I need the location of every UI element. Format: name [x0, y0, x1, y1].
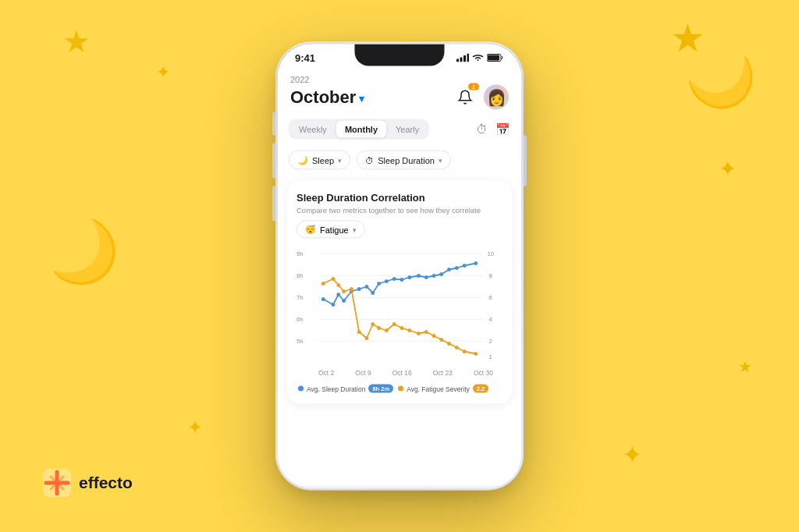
- tab-group: Weekly Monthly Yearly: [289, 119, 429, 140]
- avatar[interactable]: 👩: [484, 85, 509, 110]
- svg-point-40: [447, 268, 451, 271]
- svg-text:2: 2: [488, 338, 492, 345]
- category-chevron: ▾: [338, 156, 342, 164]
- svg-point-63: [463, 349, 467, 353]
- svg-point-49: [357, 330, 361, 334]
- svg-point-41: [455, 266, 459, 270]
- background: ★ ★ ✦ ✦ ✦ ✦ ★ 🌙 🌙 effecto 9:41: [0, 0, 799, 532]
- svg-point-53: [385, 328, 389, 332]
- svg-point-34: [400, 278, 403, 282]
- svg-point-28: [357, 287, 361, 291]
- battery-icon: [487, 54, 504, 62]
- svg-point-23: [321, 297, 325, 301]
- svg-point-58: [424, 330, 428, 334]
- moon-left: 🌙: [41, 213, 126, 293]
- sleep-badge: 8h 2m: [368, 385, 393, 393]
- sleep-icon: 🌙: [297, 155, 308, 165]
- tab-action-icons: ⏱ 📅: [476, 122, 510, 137]
- phone-screen: 9:41: [278, 44, 521, 488]
- svg-text:7h: 7h: [297, 294, 304, 301]
- sleep-legend-text: Avg. Sleep Duration: [307, 385, 365, 392]
- month-row: October ▾ 2: [290, 85, 509, 110]
- effecto-logo: effecto: [43, 469, 133, 497]
- svg-point-24: [331, 303, 335, 307]
- notification-button[interactable]: 2: [453, 85, 478, 110]
- svg-point-26: [342, 299, 346, 303]
- x-label-oct9: Oct 9: [355, 369, 371, 377]
- month-dropdown-arrow: ▾: [359, 93, 364, 105]
- phone-notch: [355, 44, 445, 66]
- svg-point-43: [474, 261, 478, 265]
- svg-point-25: [336, 293, 340, 296]
- bell-icon: [457, 90, 473, 105]
- metric-chevron: ▾: [439, 156, 442, 164]
- svg-point-54: [392, 322, 396, 326]
- fatigue-badge: 2.2: [473, 385, 488, 393]
- chart-area: 9h 8h 7h 6h 5h 10 8 6 4 2 1: [297, 246, 502, 367]
- effecto-brand-text: effecto: [79, 473, 133, 492]
- svg-point-61: [447, 342, 451, 346]
- star-mid-right: ✦: [719, 156, 737, 182]
- svg-text:5h: 5h: [297, 338, 304, 345]
- svg-text:1: 1: [488, 353, 492, 360]
- svg-text:6: 6: [488, 294, 492, 301]
- metric-label: Sleep Duration: [378, 155, 435, 165]
- svg-point-30: [371, 291, 375, 295]
- metric-filter[interactable]: ⏱ Sleep Duration ▾: [357, 151, 451, 170]
- x-label-oct30: Oct 30: [474, 369, 493, 377]
- svg-point-42: [463, 264, 467, 268]
- tab-bar: Weekly Monthly Yearly ⏱ 📅: [278, 115, 521, 144]
- svg-point-44: [321, 282, 325, 286]
- svg-point-46: [336, 283, 340, 287]
- category-filter[interactable]: 🌙 Sleep ▾: [289, 151, 350, 170]
- svg-point-36: [417, 274, 421, 278]
- metric-clock-icon: ⏱: [365, 155, 374, 165]
- star-far-right: ★: [738, 357, 752, 376]
- clock-icon[interactable]: ⏱: [476, 122, 488, 137]
- status-time: 9:41: [295, 52, 315, 64]
- svg-point-60: [439, 338, 443, 342]
- legend-fatigue: Avg. Fatigue Severity 2.2: [398, 385, 488, 393]
- fatigue-label: Fatigue: [320, 225, 349, 234]
- fatigue-line: [323, 279, 476, 354]
- sleep-dot: [298, 386, 304, 392]
- svg-rect-2: [460, 58, 463, 62]
- svg-point-52: [377, 326, 381, 330]
- sleep-line: [323, 264, 476, 305]
- svg-rect-3: [463, 55, 466, 62]
- svg-point-48: [350, 287, 353, 291]
- star-bottom-right: ✦: [622, 440, 643, 470]
- svg-point-59: [432, 334, 436, 338]
- x-label-oct2: Oct 2: [318, 369, 334, 377]
- svg-text:6h: 6h: [297, 316, 304, 323]
- tab-yearly[interactable]: Yearly: [387, 121, 428, 138]
- legend-sleep: Avg. Sleep Duration 8h 2m: [298, 385, 393, 393]
- notification-badge: 2: [468, 83, 479, 90]
- svg-text:10: 10: [487, 250, 494, 257]
- fatigue-legend-text: Avg. Fatigue Severity: [407, 385, 470, 392]
- tab-monthly[interactable]: Monthly: [336, 121, 386, 138]
- svg-point-37: [424, 275, 428, 279]
- svg-text:8h: 8h: [297, 272, 304, 279]
- month-title[interactable]: October ▾: [290, 87, 364, 108]
- svg-point-50: [365, 336, 369, 340]
- effecto-icon: [43, 469, 71, 497]
- status-icons: [456, 54, 504, 62]
- star-bottom-left: ✦: [187, 417, 203, 438]
- svg-point-64: [474, 352, 478, 356]
- svg-point-45: [331, 277, 335, 281]
- svg-point-56: [407, 328, 411, 332]
- chart-svg: 9h 8h 7h 6h 5h 10 8 6 4 2 1: [297, 246, 502, 367]
- svg-rect-1: [456, 59, 459, 62]
- avatar-emoji: 👩: [487, 88, 506, 107]
- calendar-icon[interactable]: 📅: [495, 122, 510, 137]
- category-label: Sleep: [312, 155, 334, 165]
- app-header: 2022 October ▾ 2: [278, 67, 521, 115]
- svg-point-31: [377, 282, 381, 286]
- svg-text:9h: 9h: [297, 250, 304, 257]
- tab-weekly[interactable]: Weekly: [290, 121, 336, 138]
- fatigue-selector[interactable]: 😴 Fatigue ▾: [297, 221, 365, 239]
- svg-point-39: [439, 272, 443, 276]
- app-content: 2022 October ▾ 2: [278, 67, 521, 486]
- x-label-oct16: Oct 16: [392, 369, 412, 377]
